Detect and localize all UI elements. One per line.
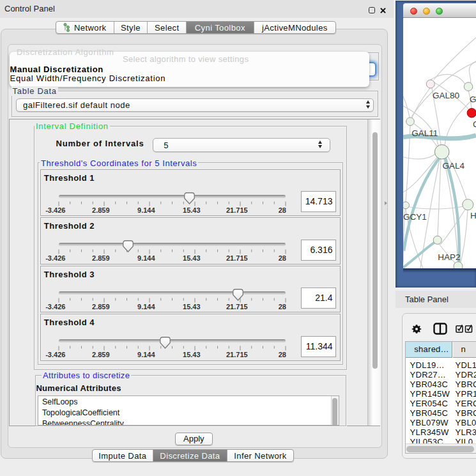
- svg-text:GAL80: GAL80: [433, 91, 459, 100]
- svg-text:GCY1: GCY1: [403, 212, 427, 222]
- svg-text:GAL4: GAL4: [443, 161, 465, 171]
- svg-text:GAL11: GAL11: [411, 128, 438, 138]
- svg-text:C: C: [473, 119, 476, 129]
- svg-text:GA: GA: [470, 95, 476, 104]
- svg-text:H: H: [470, 211, 476, 220]
- svg-text:HAP2: HAP2: [438, 252, 460, 262]
